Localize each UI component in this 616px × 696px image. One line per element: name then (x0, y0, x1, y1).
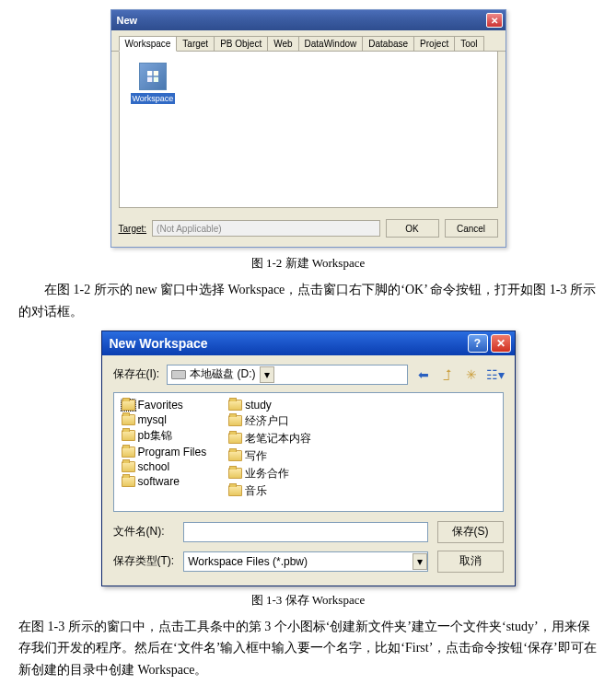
folder-icon (122, 476, 135, 487)
paragraph-2: 在图 1-3 所示的窗口中，点击工具条中的第 3 个小图标‘创建新文件夹’建立一… (18, 616, 598, 681)
ok-button[interactable]: OK (386, 219, 439, 238)
svg-rect-3 (153, 77, 157, 82)
save-in-value: 本地磁盘 (D:) (190, 366, 255, 382)
close-icon[interactable]: ✕ (491, 334, 511, 353)
tab-datawindow[interactable]: DataWindow (298, 36, 364, 51)
dialog-title: New Workspace (110, 336, 208, 351)
new-dialog: New ✕ Workspace Target PB Object Web Dat… (110, 9, 506, 248)
save-dialog: New Workspace ? ✕ 保存在(I): 本地磁盘 (D:) ▾ ⬅ … (101, 331, 516, 586)
workspace-item-label: Workspace (131, 93, 176, 104)
folder-item[interactable]: Program Files (122, 446, 207, 458)
save-button[interactable]: 保存(S) (437, 521, 504, 543)
target-label: Target: (119, 224, 147, 234)
folder-icon (228, 433, 242, 444)
chevron-down-icon[interactable]: ▾ (413, 553, 427, 570)
cancel-button[interactable]: Cancel (445, 219, 498, 238)
filetype-combo[interactable]: Workspace Files (*.pbw) ▾ (183, 551, 427, 572)
folder-icon (228, 450, 242, 461)
folder-item[interactable]: software (122, 475, 207, 488)
titlebar: New ✕ (111, 10, 506, 30)
folder-item[interactable]: study (228, 399, 311, 412)
tab-row: Workspace Target PB Object Web DataWindo… (111, 30, 506, 52)
tab-workspace[interactable]: Workspace (119, 36, 178, 52)
save-in-combo[interactable]: 本地磁盘 (D:) ▾ (167, 365, 407, 385)
folder-item[interactable]: 经济户口 (228, 413, 311, 429)
folder-icon (228, 468, 242, 479)
tab-web[interactable]: Web (267, 36, 298, 51)
filetype-value: Workspace Files (*.pbw) (184, 555, 412, 568)
tab-pb-object[interactable]: PB Object (214, 36, 268, 51)
figure-caption-2: 图 1-3 保存 Workspace (18, 592, 598, 609)
folder-icon (122, 414, 135, 425)
dialog-title: New (117, 15, 138, 26)
folder-item[interactable]: school (122, 460, 207, 473)
folder-item[interactable]: Favorites (122, 399, 207, 412)
folder-icon (122, 430, 135, 441)
save-in-label: 保存在(I): (113, 366, 160, 382)
tab-tool[interactable]: Tool (454, 36, 483, 51)
filename-input[interactable] (183, 522, 427, 542)
view-menu-icon[interactable]: ☷▾ (487, 366, 504, 383)
folder-icon (228, 400, 242, 411)
folder-icon (122, 447, 135, 458)
chevron-down-icon[interactable]: ▾ (260, 366, 274, 383)
svg-rect-2 (147, 77, 152, 82)
bottom-row: Target: OK Cancel (111, 214, 506, 247)
close-icon[interactable]: ✕ (486, 13, 503, 28)
disk-icon (171, 370, 186, 379)
filename-label: 文件名(N): (113, 524, 175, 539)
back-icon[interactable]: ⬅ (415, 366, 432, 383)
item-pane: Workspace (119, 52, 498, 208)
svg-rect-1 (153, 71, 157, 75)
workspace-icon (139, 63, 167, 90)
folder-item[interactable]: 业务合作 (228, 466, 311, 481)
new-folder-icon[interactable]: ✳ (463, 366, 480, 383)
file-list[interactable]: Favorites mysql pb集锦 Program Files schoo… (113, 392, 504, 512)
paragraph-1: 在图 1-2 所示的 new 窗口中选择 Workspace，点击窗口右下脚的‘… (18, 279, 598, 323)
folder-icon (122, 400, 135, 411)
figure-caption-1: 图 1-2 新建 Workspace (18, 255, 598, 272)
folder-item[interactable]: 音乐 (228, 483, 311, 499)
help-icon[interactable]: ? (468, 334, 488, 353)
filetype-label: 保存类型(T): (113, 553, 175, 569)
folder-item[interactable]: 老笔记本内容 (228, 431, 311, 447)
folder-item[interactable]: mysql (122, 413, 207, 426)
folder-icon (122, 461, 135, 472)
svg-rect-0 (147, 71, 152, 75)
up-folder-icon[interactable]: ⮥ (439, 366, 456, 383)
folder-icon (228, 415, 242, 426)
folder-item[interactable]: pb集锦 (122, 428, 207, 444)
cancel-button[interactable]: 取消 (437, 551, 504, 573)
folder-item[interactable]: 写作 (228, 448, 311, 464)
folder-icon (228, 485, 242, 496)
tab-database[interactable]: Database (362, 36, 414, 51)
titlebar: New Workspace ? ✕ (102, 331, 515, 355)
workspace-item[interactable]: Workspace (131, 63, 175, 104)
tab-target[interactable]: Target (176, 36, 215, 51)
target-field (152, 220, 379, 237)
tab-project[interactable]: Project (413, 36, 455, 51)
